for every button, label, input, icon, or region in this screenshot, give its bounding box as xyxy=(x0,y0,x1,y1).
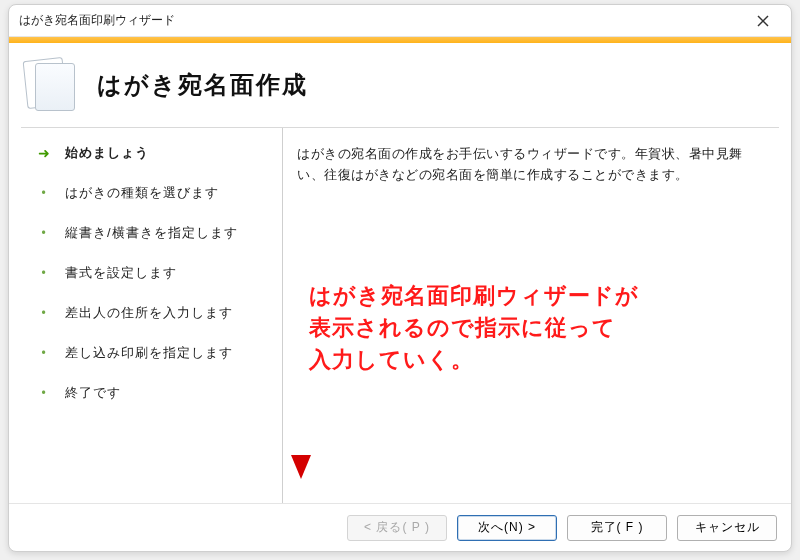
body: ➜ 始めましょう • はがきの種類を選びます • 縦書き/横書きを指定します •… xyxy=(21,127,779,503)
close-icon xyxy=(757,15,769,27)
wizard-content: はがきの宛名面の作成をお手伝いするウィザードです。年賀状、暑中見舞い、往復はがき… xyxy=(283,128,779,503)
titlebar: はがき宛名面印刷ウィザード xyxy=(9,5,791,37)
step-label: 差出人の住所を入力します xyxy=(65,304,233,322)
next-button[interactable]: 次へ(N) > xyxy=(457,515,557,541)
back-button: < 戻る( P ) xyxy=(347,515,447,541)
step-format: • 書式を設定します xyxy=(37,264,272,282)
arrow-right-icon: ➜ xyxy=(37,144,51,162)
step-orientation: • 縦書き/横書きを指定します xyxy=(37,224,272,242)
wizard-window: はがき宛名面印刷ウィザード はがき宛名面作成 ➜ 始めましょう • はがきの種類… xyxy=(8,4,792,552)
bullet-icon: • xyxy=(37,384,51,402)
step-label: 縦書き/横書きを指定します xyxy=(65,224,238,242)
window-title: はがき宛名面印刷ウィザード xyxy=(19,12,743,29)
footer: < 戻る( P ) 次へ(N) > 完了( F ) キャンセル xyxy=(9,503,791,551)
bullet-icon: • xyxy=(37,224,51,242)
header: はがき宛名面作成 xyxy=(9,43,791,127)
bullet-icon: • xyxy=(37,344,51,362)
step-mailmerge: • 差し込み印刷を指定します xyxy=(37,344,272,362)
wizard-steps-sidebar: ➜ 始めましょう • はがきの種類を選びます • 縦書き/横書きを指定します •… xyxy=(21,128,283,503)
step-finish: • 終了です xyxy=(37,384,272,402)
close-button[interactable] xyxy=(743,7,783,35)
step-label: 差し込み印刷を指定します xyxy=(65,344,233,362)
cancel-button[interactable]: キャンセル xyxy=(677,515,777,541)
step-start: ➜ 始めましょう xyxy=(37,144,272,162)
bullet-icon: • xyxy=(37,184,51,202)
step-label: 書式を設定します xyxy=(65,264,177,282)
bullet-icon: • xyxy=(37,304,51,322)
finish-button[interactable]: 完了( F ) xyxy=(567,515,667,541)
description-text: はがきの宛名面の作成をお手伝いするウィザードです。年賀状、暑中見舞い、往復はがき… xyxy=(297,144,767,186)
bullet-icon: • xyxy=(37,264,51,282)
step-label: はがきの種類を選びます xyxy=(65,184,219,202)
header-title: はがき宛名面作成 xyxy=(97,69,308,101)
step-sender-address: • 差出人の住所を入力します xyxy=(37,304,272,322)
step-type: • はがきの種類を選びます xyxy=(37,184,272,202)
step-label: 終了です xyxy=(65,384,121,402)
step-label: 始めましょう xyxy=(65,144,149,162)
document-icon xyxy=(23,57,79,113)
